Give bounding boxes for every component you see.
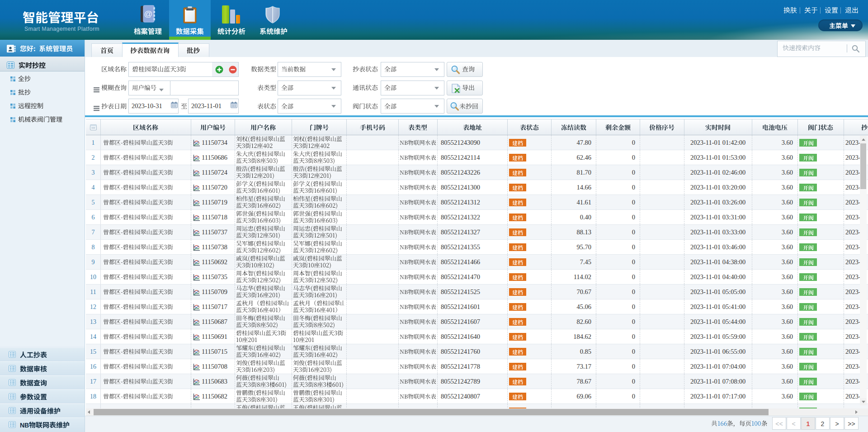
svg-text:@: @: [144, 9, 152, 19]
